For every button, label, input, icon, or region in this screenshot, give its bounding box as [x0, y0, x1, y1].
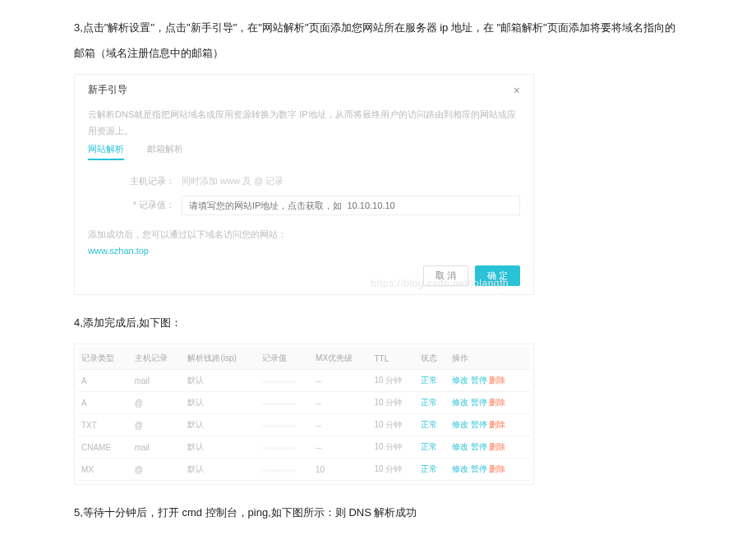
ops-cell: 修改 暂停 删除 [449, 436, 530, 459]
success-tip: 添加成功后，您可以通过以下域名访问您的网站： [80, 225, 528, 242]
cell: 10 分钟 [371, 436, 418, 459]
status-cell: 正常 [417, 459, 449, 481]
cell: CNAME [78, 436, 131, 459]
ops-cell: 修改 暂停 删除 [449, 414, 530, 436]
op-edit[interactable]: 修改 暂停 [452, 398, 487, 407]
cell: 10 分钟 [371, 392, 418, 414]
cell: TXT [78, 414, 131, 436]
op-edit[interactable]: 修改 暂停 [452, 376, 487, 385]
cell: 10 分钟 [371, 459, 418, 481]
op-delete[interactable]: 删除 [489, 376, 505, 385]
dialog-title: 新手引导 [88, 83, 127, 97]
status-cell: 正常 [417, 436, 449, 459]
column-header: 状态 [417, 348, 449, 370]
confirm-button[interactable]: 确 定 [475, 265, 520, 286]
cell: 默认 [184, 370, 259, 392]
op-delete[interactable]: 删除 [489, 464, 505, 473]
cell: 默认 [184, 459, 259, 481]
column-header: 主机记录 [131, 348, 185, 370]
tab-mail-resolve[interactable]: 邮箱解析 [147, 143, 183, 160]
host-record-label: 主机记录： [129, 175, 175, 187]
cancel-button[interactable]: 取 消 [423, 265, 468, 286]
cell: 默认 [184, 392, 259, 414]
ops-cell: 修改 暂停 删除 [449, 370, 530, 392]
record-value-cell: ———— [259, 436, 312, 459]
cell: @ [131, 459, 185, 481]
cell: @ [131, 414, 185, 436]
record-value-cell: ———— [259, 392, 312, 414]
op-edit[interactable]: 修改 暂停 [452, 420, 487, 429]
cell: @ [131, 392, 185, 414]
dialog-screenshot: 新手引导 × 云解析DNS就是指把网站域名或应用资源转换为数字 IP地址，从而将… [74, 74, 534, 295]
tab-web-resolve[interactable]: 网站解析 [88, 143, 124, 160]
op-delete[interactable]: 删除 [489, 398, 505, 407]
table-row: Amail默认————--10 分钟正常修改 暂停 删除 [78, 370, 530, 392]
record-value-cell: ———— [259, 414, 312, 436]
cell: -- [312, 436, 371, 459]
column-header: 解析线路(isp) [184, 348, 259, 370]
op-edit[interactable]: 修改 暂停 [452, 442, 487, 451]
records-table-screenshot: 记录类型主机记录解析线路(isp)记录值MX优先级TTL状态操作 Amail默认… [74, 344, 534, 485]
record-value-input[interactable] [182, 196, 520, 215]
record-value-label: * 记录值： [129, 199, 175, 211]
column-header: 记录值 [259, 348, 312, 370]
cell: -- [312, 392, 371, 414]
table-row: MX@默认————1010 分钟正常修改 暂停 删除 [78, 459, 530, 481]
cell: -- [312, 414, 371, 436]
table-row: TXT@默认————--10 分钟正常修改 暂停 删除 [78, 414, 530, 436]
cell: MX [78, 459, 131, 481]
status-cell: 正常 [417, 414, 449, 436]
cell: mail [131, 436, 185, 459]
status-cell: 正常 [417, 392, 449, 414]
domain-link[interactable]: www.szhan.top [80, 246, 157, 261]
op-delete[interactable]: 删除 [489, 442, 505, 451]
op-edit[interactable]: 修改 暂停 [452, 464, 487, 473]
cell: 默认 [184, 414, 259, 436]
step-5-text: 5,等待十分钟后，打开 cmd 控制台，ping,如下图所示：则 DNS 解析成… [74, 500, 682, 525]
cell: 10 [312, 459, 371, 481]
step-4-text: 4,添加完成后,如下图： [74, 310, 682, 335]
column-header: 操作 [449, 348, 530, 370]
table-row: A@默认————--10 分钟正常修改 暂停 删除 [78, 392, 530, 414]
column-header: MX优先级 [312, 348, 371, 370]
step-3-text: 3,点击"解析设置"，点击"新手引导"，在"网站解析"页面添加您网站所在服务器 … [74, 15, 682, 66]
op-delete[interactable]: 删除 [489, 420, 505, 429]
cell: 10 分钟 [371, 370, 418, 392]
ops-cell: 修改 暂停 删除 [449, 459, 530, 481]
record-value-cell: ———— [259, 459, 312, 481]
cell: mail [131, 370, 185, 392]
status-cell: 正常 [417, 370, 449, 392]
column-header: TTL [371, 348, 418, 370]
table-row: CNAMEmail默认————--10 分钟正常修改 暂停 删除 [78, 436, 530, 459]
host-record-value: 同时添加 www 及 @ 记录 [182, 175, 520, 187]
cell: A [78, 370, 131, 392]
cell: -- [312, 370, 371, 392]
cell: 10 分钟 [371, 414, 418, 436]
close-icon[interactable]: × [514, 85, 520, 96]
dialog-tip: 云解析DNS就是指把网站域名或应用资源转换为数字 IP地址，从而将最终用户的访问… [80, 102, 528, 140]
record-value-cell: ———— [259, 370, 312, 392]
dns-records-table: 记录类型主机记录解析线路(isp)记录值MX优先级TTL状态操作 Amail默认… [78, 348, 530, 481]
column-header: 记录类型 [78, 348, 131, 370]
cell: A [78, 392, 131, 414]
ops-cell: 修改 暂停 删除 [449, 392, 530, 414]
cell: 默认 [184, 436, 259, 459]
